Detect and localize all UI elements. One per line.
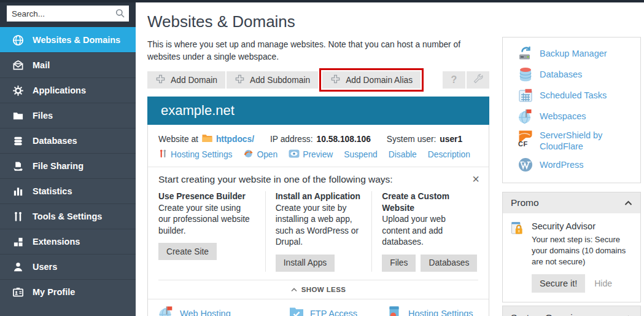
page-title: Websites & Domains [147, 12, 489, 31]
tool-label: Webspaces [540, 108, 632, 122]
backup-manager-link[interactable]: Backup Manager [518, 45, 640, 61]
calendar-icon [518, 87, 533, 103]
column-title: Install an Application [276, 191, 362, 203]
servershield-link[interactable]: CF ServerShield by CloudFlare [518, 129, 640, 152]
sidebar-item-websites-domains[interactable]: Websites & Domains [0, 27, 136, 52]
promo-header[interactable]: Promo [503, 192, 640, 213]
show-less-toggle[interactable]: SHOW LESS [158, 280, 478, 299]
chevron-up-icon [291, 286, 297, 293]
sidebar-item-label: Extensions [33, 237, 80, 247]
promo-text: Your next step is: Secure your domains (… [532, 234, 637, 267]
right-sidebar: Backup Manager Databases Scheduled Tasks… [502, 37, 641, 316]
system-user-label: System user: [387, 135, 436, 144]
security-advisor-icon [510, 221, 526, 293]
custom-website-column: Create a Custom Website Upload your web … [371, 191, 478, 272]
system-overview-header[interactable]: System Overview [503, 306, 640, 316]
promo-header-label: Promo [511, 197, 539, 208]
server-tools-box: Backup Manager Databases Scheduled Tasks… [502, 37, 641, 183]
ftp-access-quick-link[interactable]: FTP Access [289, 305, 387, 316]
gear-icon [12, 85, 24, 97]
system-overview-label: System Overview [511, 312, 585, 316]
web-hosting-quick-link[interactable]: Web Hosting [158, 305, 289, 316]
toolbar-help-group: ? [443, 71, 489, 89]
domain-info-row: Website at httpdocs/ IP address: 10.58.1… [158, 125, 478, 145]
hosting-settings-panel-icon [387, 305, 403, 316]
highlight-red-outline: Add Domain Alias [319, 68, 424, 92]
ip-label: IP address: [270, 135, 313, 144]
create-site-button[interactable]: Create Site [158, 243, 217, 260]
button-label: Add Domain [171, 76, 217, 85]
sidebar-item-label: Tools & Settings [33, 211, 102, 221]
cf-monogram: CF [518, 140, 528, 148]
tool-label: Scheduled Tasks [540, 87, 632, 101]
preview-link[interactable]: Preview [289, 149, 333, 160]
databases-link[interactable]: Databases [518, 66, 640, 82]
folder-icon [12, 110, 24, 122]
open-site-link[interactable]: Open [243, 148, 277, 160]
sidebar-item-databases[interactable]: Databases [0, 128, 136, 153]
presence-builder-column: Use Presence Builder Create your site us… [158, 191, 265, 272]
sidebar-item-mail[interactable]: Mail [0, 52, 136, 77]
secure-it-button[interactable]: Secure it! [532, 274, 585, 293]
question-icon: ? [451, 74, 457, 85]
wordpress-link[interactable]: WordPress [518, 157, 640, 173]
hosting-settings-link[interactable]: Hosting Settings [158, 149, 232, 160]
plus-icon [155, 74, 166, 86]
quick-link-label: Hosting Settings [408, 309, 473, 316]
quick-link-label: FTP Access [310, 309, 357, 316]
tools-icon [12, 211, 24, 223]
search-icon[interactable] [115, 9, 125, 21]
sidebar-item-my-profile[interactable]: My Profile [0, 279, 136, 304]
tool-label: WordPress [540, 157, 632, 170]
description-link[interactable]: Description [428, 150, 470, 159]
webspaces-link[interactable]: Webspaces [518, 108, 640, 124]
chevron-up-icon [624, 197, 632, 208]
sidebar-item-extensions[interactable]: Extensions [0, 229, 136, 254]
sidebar-item-statistics[interactable]: Statistics [0, 178, 136, 203]
sidebar-item-label: Users [33, 262, 57, 272]
ip-value: 10.58.108.106 [317, 135, 371, 144]
add-subdomain-button[interactable]: Add Subdomain [227, 71, 318, 89]
sidebar-item-tools-settings[interactable]: Tools & Settings [0, 203, 136, 229]
sidebar: Websites & Domains Mail Applications Fil… [0, 0, 136, 316]
settings-wrench-button[interactable] [467, 71, 489, 89]
column-title: Use Presence Builder [158, 191, 255, 203]
chevron-up-icon [624, 312, 632, 316]
bar-chart-icon [12, 186, 24, 197]
show-less-label: SHOW LESS [301, 286, 346, 293]
search-input[interactable] [7, 6, 129, 22]
hosting-settings-quick-link[interactable]: Hosting Settings [387, 305, 473, 316]
add-domain-button[interactable]: Add Domain [147, 71, 225, 89]
hide-link[interactable]: Hide [594, 278, 612, 288]
sidebar-item-file-sharing[interactable]: File Sharing [0, 153, 136, 178]
docroot-link[interactable]: httpdocs/ [216, 135, 254, 144]
column-text: Create your site by installing a web app… [276, 203, 362, 248]
promo-body: Security Advisor Your next step is: Secu… [503, 213, 640, 302]
sidebar-item-label: Statistics [33, 186, 72, 196]
add-domain-alias-button[interactable]: Add Domain Alias [322, 71, 421, 89]
user-icon [12, 261, 24, 273]
domain-banner: example.net [147, 97, 489, 125]
wrench-icon [473, 73, 484, 87]
topbar-strip [0, 0, 644, 2]
disable-link[interactable]: Disable [389, 150, 417, 159]
sidebar-item-files[interactable]: Files [0, 103, 136, 128]
preview-eye-icon [289, 149, 300, 160]
open-site-icon [243, 148, 254, 160]
button-label: Add Subdomain [250, 76, 310, 85]
promo-actions: Secure it! Hide [532, 274, 637, 293]
promo-content: Security Advisor Your next step is: Secu… [532, 221, 637, 293]
sidebar-item-users[interactable]: Users [0, 254, 136, 279]
help-button[interactable]: ? [443, 71, 465, 89]
files-button[interactable]: Files [382, 255, 416, 272]
close-icon[interactable]: × [472, 173, 479, 185]
quick-links-row: Web Hosting FTP Access Hosting Settings [158, 299, 478, 316]
promo-box: Promo Security Advisor Your next step is… [502, 192, 641, 302]
sidebar-item-label: Websites & Domains [33, 35, 120, 45]
scheduled-tasks-link[interactable]: Scheduled Tasks [518, 87, 640, 103]
databases-button[interactable]: Databases [421, 255, 477, 272]
suspend-link[interactable]: Suspend [344, 150, 377, 159]
install-apps-button[interactable]: Install Apps [276, 255, 335, 272]
sidebar-item-applications[interactable]: Applications [0, 77, 136, 103]
webspaces-globe-icon [518, 108, 533, 124]
